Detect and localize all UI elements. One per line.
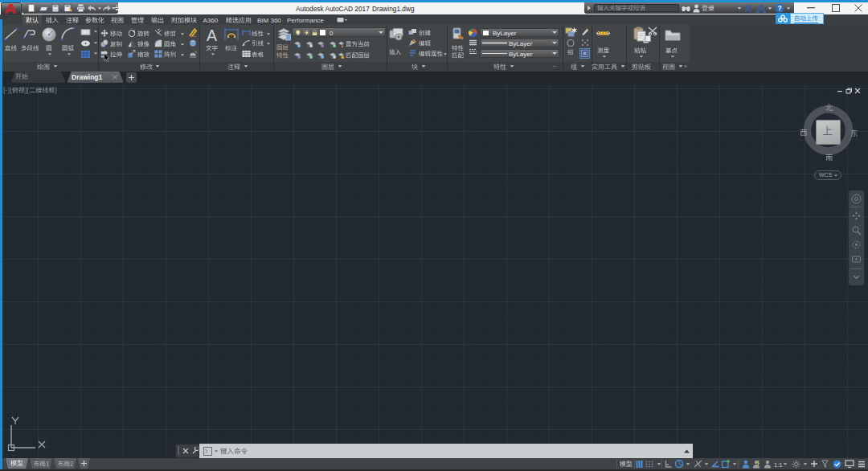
svg-text:?: ? [777,4,781,12]
